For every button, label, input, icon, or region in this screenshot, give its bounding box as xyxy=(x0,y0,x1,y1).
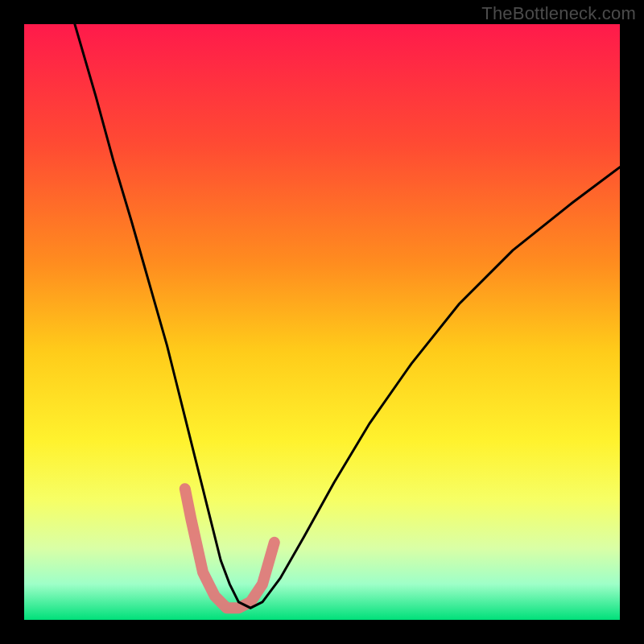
chart-frame: TheBottleneck.com xyxy=(0,0,644,644)
bottleneck-curve xyxy=(75,24,620,608)
highlight-band xyxy=(185,489,275,608)
watermark-text: TheBottleneck.com xyxy=(481,3,636,24)
curve-layer xyxy=(24,24,620,620)
plot-area xyxy=(24,24,620,620)
